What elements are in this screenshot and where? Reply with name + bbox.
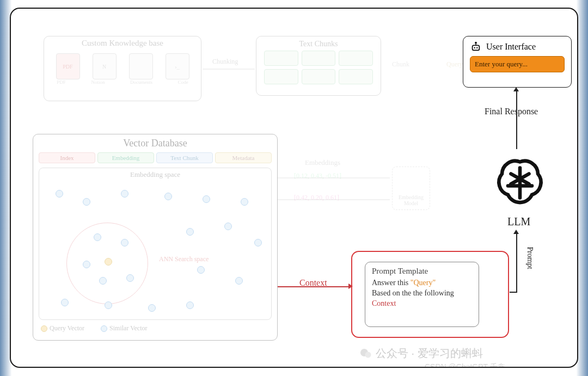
embed-space-title: Embedding space (39, 170, 271, 179)
diagram-canvas: Custom Knowledge base PDF N ›_ PDF Notio… (10, 8, 578, 368)
vector-dot (224, 223, 232, 230)
arrow-llm-to-ui (516, 89, 517, 149)
arrowhead-up-icon (513, 230, 519, 234)
chunk-label: Chunk (392, 60, 409, 69)
vector-dot (197, 266, 205, 274)
prompt-template-box: Prompt Template Answer this "Query" Base… (365, 262, 479, 327)
pdf-icon: PDF (56, 53, 80, 79)
llm-label: LLM (507, 215, 530, 228)
pt-body: Answer this "Query" Based on the the fol… (372, 278, 472, 309)
vector-dot (61, 299, 69, 306)
vector-dot (83, 198, 90, 206)
chunk-cell (302, 69, 336, 84)
notion-icon: N (93, 53, 117, 79)
embedding-vector-2: [0.42, 0.20, 0.61] (294, 194, 339, 202)
svg-point-4 (476, 47, 477, 48)
embedding-space: Embedding space ANN Search space (39, 168, 272, 320)
arrow-prompt-h (510, 292, 517, 293)
context-label: Context (299, 278, 327, 288)
svg-rect-2 (473, 45, 480, 50)
col-text-chunk: Text Chunk (156, 152, 213, 163)
kb-label-code: Code (178, 79, 188, 85)
legend-similar: Similar Vector (101, 324, 147, 332)
watermark-line2: CSDN @ChatGPT-千鑫 (425, 362, 505, 368)
embedding-vector-1: [0.12, 0.43, -0.51] (294, 172, 341, 180)
pt-title: Prompt Template (372, 267, 472, 276)
chunk-cell (339, 51, 373, 66)
arrow-prompt-to-llm (516, 232, 517, 292)
vdb-title: Vector Database (33, 134, 277, 152)
documents-icon (129, 53, 153, 79)
vector-dot (121, 190, 128, 198)
arrow-embed-out (278, 199, 390, 200)
vector-database-box: Vector Database Index Embedding Text Chu… (33, 134, 278, 341)
chunk-cell (264, 51, 298, 66)
vector-dot (105, 301, 112, 309)
vector-dot (56, 190, 63, 198)
vector-dot (148, 304, 156, 312)
query-input[interactable]: Enter your query... (470, 56, 565, 72)
tc-title: Text Chunks (260, 40, 377, 48)
arrow-embed-in (278, 177, 390, 178)
col-embedding: Embedding (97, 152, 154, 163)
final-response-label: Final Response (485, 107, 538, 116)
arrow-chunking (203, 69, 255, 70)
vector-dot (254, 239, 262, 246)
openai-logo-icon (490, 150, 550, 215)
user-interface-box: User Interface Enter your query... (463, 36, 572, 88)
chunk-cell (264, 69, 298, 84)
arrowhead-up-icon (513, 87, 519, 91)
col-metadata: Metadata (215, 152, 272, 163)
svg-point-3 (474, 47, 475, 48)
similar-vector-dot (121, 239, 128, 246)
kb-label-notion: Notion (91, 79, 105, 85)
ann-label: ANN Search space (159, 255, 209, 263)
query-faded-label: Query (446, 60, 463, 69)
embeddings-label: Embeddings (305, 158, 340, 167)
vector-dot (186, 228, 194, 236)
kb-label-docs: Documents (130, 79, 152, 85)
legend-query: Query Vector (41, 324, 84, 332)
vector-dot (164, 193, 172, 200)
kb-title: Custom Knowledge base (44, 36, 201, 50)
ui-title: User Interface (486, 42, 536, 52)
watermark-line1: 公众号 · 爱学习的蝌蚪 (359, 346, 483, 361)
similar-vector-dot (126, 274, 134, 282)
text-chunks-box: Text Chunks (256, 36, 381, 96)
similar-vector-dot (94, 233, 101, 241)
robot-icon (470, 41, 482, 53)
embedding-model-box: Embedding Model (392, 167, 430, 210)
chunking-label: Chunking (212, 58, 238, 66)
chunk-cell (339, 69, 373, 84)
chunk-cell (302, 51, 336, 66)
vector-dot (186, 301, 194, 309)
similar-vector-dot (99, 277, 107, 285)
vector-dot (241, 198, 248, 206)
vector-dot (235, 277, 243, 285)
wechat-icon (359, 347, 372, 360)
code-icon: ›_ (166, 53, 189, 79)
svg-point-6 (365, 352, 371, 357)
knowledge-base-box: Custom Knowledge base PDF N ›_ PDF Notio… (44, 36, 201, 101)
query-vector-dot (105, 258, 112, 266)
similar-vector-dot (83, 261, 90, 268)
prompt-label: Prompt (525, 246, 534, 269)
vector-dot (203, 195, 210, 203)
kb-label-pdf: PDF (57, 79, 66, 85)
svg-point-0 (475, 42, 477, 44)
col-index: Index (39, 152, 95, 163)
